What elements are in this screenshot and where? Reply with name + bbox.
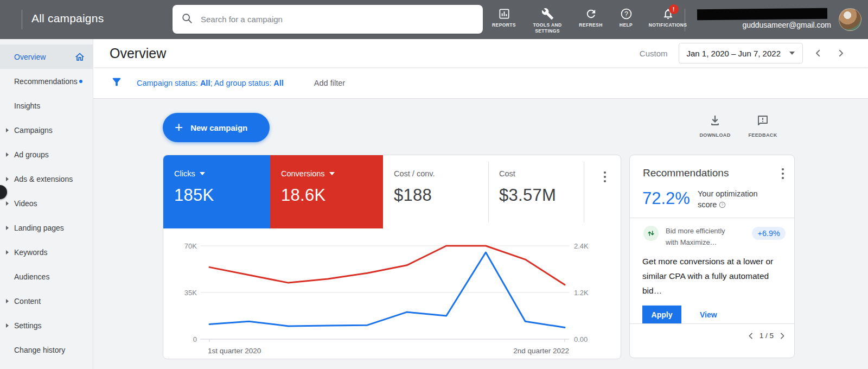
x-axis-label-end: 2nd quarter 2022 — [513, 347, 569, 355]
sidebar-item-label: Ad groups — [14, 150, 49, 159]
refresh-button[interactable]: REFRESH — [571, 4, 610, 28]
feedback-label: FEEDBACK — [748, 132, 777, 138]
page-next-icon[interactable] — [778, 332, 787, 340]
sidebar-item-label: Audiences — [14, 272, 49, 281]
svg-text:?: ? — [624, 10, 628, 17]
topbar-divider — [22, 10, 22, 29]
left-axis-tick-label: 35K — [184, 289, 197, 297]
expand-arrow-icon — [6, 201, 9, 206]
status-filter-segment: All — [200, 79, 210, 87]
google-ads-app: All campaigns REPORTSTOOLS AND SETTINGSR… — [0, 0, 868, 369]
help-label: HELP — [620, 22, 633, 28]
sidebar-item-insights[interactable]: Insights — [0, 93, 93, 118]
date-range-value: Jan 1, 2020 – Jun 7, 2022 — [687, 49, 781, 58]
optimization-score-value: 72.2% — [642, 189, 690, 208]
filter-funnel-icon — [111, 76, 123, 90]
metric-tile-cost-conv[interactable]: Cost / conv.$188 — [383, 155, 488, 228]
sidebar-item-keywords[interactable]: Keywords — [0, 240, 93, 264]
view-link[interactable]: View — [700, 310, 717, 319]
date-next-button[interactable] — [833, 46, 848, 61]
status-filter[interactable]: Campaign status: All; Ad group status: A… — [137, 79, 284, 87]
page-indicator: 1 / 5 — [760, 332, 774, 340]
recommendation-description: Get more conversions at a lower or simil… — [630, 249, 794, 298]
sidebar-item-landing-pages[interactable]: Landing pages — [0, 215, 93, 240]
metric-label: Cost — [499, 169, 515, 178]
sidebar-item-videos[interactable]: Videos — [0, 191, 93, 215]
sidebar-item-ads-extensions[interactable]: Ads & extensions — [0, 167, 93, 191]
metric-tile-conversions[interactable]: Conversions18.6K — [270, 155, 383, 228]
plus-icon: + — [175, 120, 183, 134]
expand-arrow-icon — [6, 177, 9, 181]
date-range-picker[interactable]: Jan 1, 2020 – Jun 7, 2022 — [679, 43, 803, 63]
topbar-title: All campaigns — [31, 12, 104, 25]
account-avatar[interactable] — [839, 8, 861, 31]
notifications-label: NOTIFICATIONS — [649, 22, 687, 28]
x-axis-label-start: 1st quarter 2020 — [208, 347, 261, 355]
metric-label: Clicks — [174, 169, 195, 178]
search-box[interactable] — [173, 5, 483, 34]
apply-button[interactable]: Apply — [642, 306, 681, 323]
metric-value: $188 — [394, 186, 488, 205]
new-campaign-label: New campaign — [190, 123, 247, 132]
sidebar-item-campaigns[interactable]: Campaigns — [0, 118, 93, 142]
notification-badge: ! — [669, 4, 679, 14]
new-campaign-button[interactable]: + New campaign — [163, 113, 270, 142]
optimization-score-label: Your optimization score ? — [698, 189, 767, 210]
sidebar-item-overview[interactable]: Overview — [0, 44, 93, 69]
sidebar-item-change-history[interactable]: Change history — [0, 338, 93, 362]
download-button[interactable]: DOWNLOAD — [694, 114, 736, 138]
help-icon: ? — [620, 7, 633, 21]
sidebar-item-label: Ads & extensions — [14, 175, 73, 183]
filter-bar: Campaign status: All; Ad group status: A… — [93, 67, 868, 99]
status-filter-segment: All — [273, 79, 284, 87]
status-filter-segment: Campaign status: — [137, 79, 200, 87]
expand-arrow-icon — [6, 128, 9, 132]
redacted-account-name — [697, 8, 827, 21]
left-axis-tick-label: 0 — [193, 335, 197, 343]
expand-arrow-icon — [6, 323, 9, 328]
line-chart: 70K35K02.4K1.2K0.001st quarter 20202nd q… — [163, 228, 622, 360]
account-divider — [685, 9, 685, 31]
content-area: + New campaign DOWNLOAD FEEDBACK Clicks1… — [93, 99, 868, 369]
right-axis-tick-label: 0.00 — [574, 335, 588, 343]
expand-arrow-icon — [6, 250, 9, 255]
date-prev-button[interactable] — [810, 46, 826, 61]
sidebar-item-settings[interactable]: Settings — [0, 313, 93, 338]
reports-button[interactable]: REPORTS — [484, 4, 524, 28]
add-filter-button[interactable]: Add filter — [314, 79, 345, 87]
sidebar-item-recommendations[interactable]: Recommendations — [0, 69, 93, 93]
help-button[interactable]: ?HELP — [610, 4, 642, 28]
metric-label: Cost / conv. — [394, 169, 435, 178]
feedback-button[interactable]: FEEDBACK — [742, 114, 783, 138]
sidebar-item-audiences[interactable]: Audiences — [0, 264, 93, 289]
page-title: Overview — [110, 46, 166, 61]
topbar: All campaigns REPORTSTOOLS AND SETTINGSR… — [0, 0, 868, 39]
recommendation-item[interactable]: Bid more efficiently with Maximize… +6.9… — [630, 218, 794, 249]
recommendations-card: Recommendations 72.2% Your optimization … — [629, 155, 795, 358]
expand-arrow-icon — [6, 299, 9, 303]
search-icon — [181, 12, 193, 27]
tile-divider — [584, 162, 584, 222]
tools-button[interactable]: TOOLS AND SETTINGS — [524, 4, 571, 34]
home-icon — [74, 52, 85, 64]
sidebar-item-label: Keywords — [14, 248, 47, 257]
recommendations-menu-kebab-icon[interactable] — [781, 167, 784, 180]
notifications-icon: ! — [662, 7, 674, 21]
sidebar-item-label: Insights — [14, 101, 40, 110]
sidebar-item-label: Overview — [14, 53, 46, 61]
search-input[interactable] — [201, 15, 474, 24]
account-email: guddusameer@gmail.com — [701, 21, 831, 29]
metric-tile-cost[interactable]: Cost$3.57M — [488, 155, 584, 228]
metric-value: 185K — [174, 186, 270, 205]
page-prev-icon[interactable] — [746, 332, 755, 340]
metric-value: 18.6K — [281, 186, 383, 205]
bid-adjust-icon — [643, 226, 659, 241]
tile-divider — [488, 162, 489, 222]
notifications-button[interactable]: !NOTIFICATIONS — [642, 4, 694, 28]
metric-tile-clicks[interactable]: Clicks185K — [163, 155, 270, 228]
sidebar-item-ad-groups[interactable]: Ad groups — [0, 142, 93, 167]
sidebar-item-content[interactable]: Content — [0, 289, 93, 313]
help-circle-icon[interactable]: ? — [719, 201, 726, 208]
sidebar-item-label: Videos — [14, 199, 37, 208]
chart-menu-kebab-icon[interactable] — [603, 170, 607, 183]
